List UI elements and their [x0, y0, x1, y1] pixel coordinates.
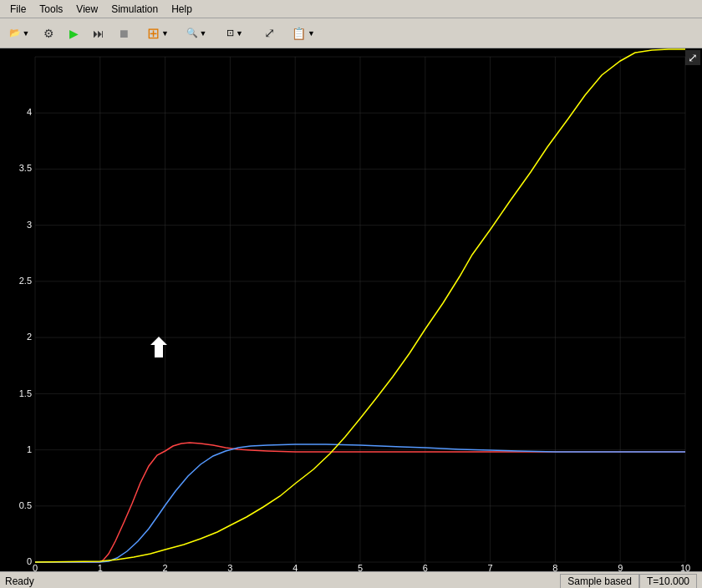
svg-text:2: 2: [27, 332, 32, 342]
svg-text:3.5: 3.5: [19, 163, 32, 173]
save-print-button[interactable]: 📋 ▼: [287, 22, 319, 45]
stop-button[interactable]: ⏹: [112, 22, 135, 45]
settings-icon: ⚙: [43, 27, 54, 40]
sample-based-badge: Sample based: [560, 574, 639, 589]
save-print-icon: 📋: [292, 27, 306, 40]
svg-text:7: 7: [488, 563, 493, 571]
menu-help[interactable]: Help: [165, 2, 199, 17]
menu-tools[interactable]: Tools: [33, 2, 69, 17]
svg-text:4: 4: [292, 563, 298, 571]
statusbar: Ready Sample based T=10.000: [0, 571, 702, 588]
open-icon: 📂: [9, 28, 21, 38]
settings-button[interactable]: ⚙: [37, 22, 60, 45]
time-badge: T=10.000: [639, 574, 697, 589]
svg-text:3: 3: [227, 563, 232, 571]
svg-text:1.5: 1.5: [19, 388, 32, 398]
svg-text:10: 10: [680, 563, 690, 571]
simset-icon: ⊞: [147, 24, 160, 43]
svg-text:6: 6: [423, 563, 428, 571]
run-icon: ▶: [69, 27, 79, 40]
svg-text:4: 4: [27, 107, 32, 117]
svg-text:0: 0: [33, 563, 38, 571]
menu-view[interactable]: View: [69, 2, 104, 17]
plot-area: ⤢: [0, 48, 702, 571]
open-button[interactable]: 📂 ▼: [3, 22, 35, 45]
zoom-icon: 🔍: [186, 28, 198, 38]
zoom-button[interactable]: 🔍 ▼: [181, 22, 212, 45]
menu-simulation[interactable]: Simulation: [104, 2, 165, 17]
open-dropdown-arrow[interactable]: ▼: [23, 29, 30, 38]
scale-icon: ⊡: [226, 28, 234, 38]
svg-text:0: 0: [27, 556, 32, 566]
menubar: File Tools View Simulation Help: [0, 0, 702, 18]
svg-text:2.5: 2.5: [19, 276, 32, 286]
status-text: Ready: [5, 575, 34, 587]
svg-text:5: 5: [358, 563, 363, 571]
svg-text:8: 8: [552, 563, 557, 571]
svg-text:9: 9: [618, 563, 623, 571]
step-forward-button[interactable]: ⏭: [87, 22, 110, 45]
zoom-dropdown-arrow[interactable]: ▼: [200, 29, 207, 38]
status-right: Sample based T=10.000: [560, 574, 697, 589]
simset-dropdown-arrow[interactable]: ▼: [161, 29, 169, 38]
svg-text:0.5: 0.5: [19, 500, 32, 510]
simset-button[interactable]: ⊞ ▼: [142, 22, 174, 45]
scale-dropdown-arrow[interactable]: ▼: [236, 29, 243, 38]
plot-svg: 0 0.5 1 1.5 2 2.5 3 3.5 4 0 1 2 3 4 5 6 …: [0, 48, 702, 571]
autoscale-icon: ⤢: [264, 25, 275, 41]
scale-button[interactable]: ⊡ ▼: [219, 22, 251, 45]
svg-text:1: 1: [98, 563, 103, 571]
plot-expand-button[interactable]: ⤢: [685, 50, 700, 65]
run-button[interactable]: ▶: [62, 22, 85, 45]
svg-rect-0: [0, 48, 702, 571]
autoscale-button[interactable]: ⤢: [257, 22, 281, 45]
menu-file[interactable]: File: [3, 2, 33, 17]
stop-icon: ⏹: [118, 27, 130, 40]
svg-text:3: 3: [27, 220, 32, 230]
save-print-dropdown-arrow[interactable]: ▼: [308, 29, 315, 38]
step-forward-icon: ⏭: [93, 27, 104, 40]
svg-text:2: 2: [163, 563, 168, 571]
svg-text:1: 1: [27, 444, 32, 454]
toolbar: 📂 ▼ ⚙ ▶ ⏭ ⏹ ⊞ ▼ 🔍 ▼ ⊡ ▼ ⤢ 📋 ▼: [0, 18, 702, 48]
